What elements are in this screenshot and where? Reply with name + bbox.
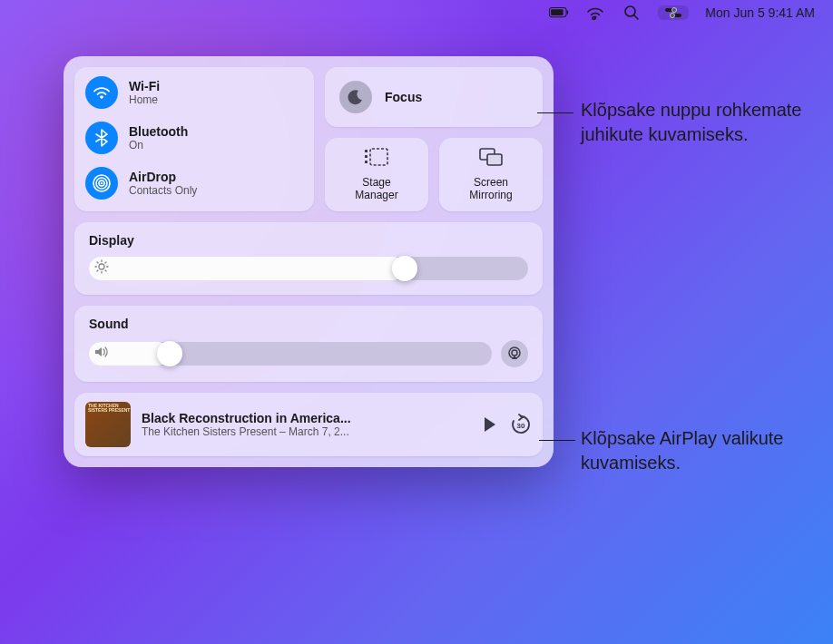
wifi-sub: Home xyxy=(129,93,160,106)
menubar: Mon Jun 5 9:41 AM xyxy=(540,0,824,25)
svg-point-31 xyxy=(512,350,517,356)
wifi-toggle[interactable]: Wi-Fi Home xyxy=(85,76,303,109)
svg-rect-15 xyxy=(365,150,368,152)
album-art: THE KITCHEN SISTERS PRESENT xyxy=(85,402,131,447)
connectivity-card: Wi-Fi Home Bluetooth On AirDrop xyxy=(74,67,314,211)
battery-icon[interactable] xyxy=(549,3,569,23)
svg-line-26 xyxy=(97,262,98,263)
bluetooth-title: Bluetooth xyxy=(129,124,188,139)
display-card: Display xyxy=(74,222,543,295)
bluetooth-icon xyxy=(85,122,118,154)
play-button[interactable] xyxy=(483,416,497,433)
svg-line-28 xyxy=(97,270,98,271)
control-center: Wi-Fi Home Bluetooth On AirDrop xyxy=(64,56,554,467)
skip-forward-30-button[interactable]: 30 xyxy=(510,414,532,435)
svg-rect-1 xyxy=(551,9,564,15)
screen-mirroring-button[interactable]: Screen Mirroring xyxy=(439,138,543,211)
volume-icon xyxy=(94,346,111,362)
airplay-icon xyxy=(506,346,523,362)
svg-text:30: 30 xyxy=(517,422,525,430)
sound-slider[interactable] xyxy=(89,342,492,366)
sound-title: Sound xyxy=(89,317,528,331)
airdrop-icon xyxy=(85,167,118,200)
svg-rect-20 xyxy=(487,154,502,165)
wifi-icon xyxy=(85,76,118,109)
media-subtitle: The Kitchen Sisters Present – March 7, 2… xyxy=(142,425,472,438)
wifi-title: Wi-Fi xyxy=(129,79,160,93)
svg-line-5 xyxy=(634,15,638,19)
svg-rect-16 xyxy=(365,155,368,158)
display-slider[interactable] xyxy=(89,257,528,280)
svg-rect-18 xyxy=(370,149,387,165)
svg-rect-17 xyxy=(365,161,368,163)
display-title: Display xyxy=(89,233,528,248)
bluetooth-toggle[interactable]: Bluetooth On xyxy=(85,122,303,154)
airdrop-title: AirDrop xyxy=(129,170,197,184)
brightness-icon xyxy=(94,259,109,278)
svg-point-14 xyxy=(101,182,103,184)
stage-manager-button[interactable]: Stage Manager xyxy=(325,138,428,211)
airdrop-toggle[interactable]: AirDrop Contacts Only xyxy=(85,167,303,200)
svg-rect-2 xyxy=(567,10,569,14)
stage-manager-label: Stage Manager xyxy=(355,176,397,202)
media-title: Black Reconstruction in America... xyxy=(142,411,472,425)
callout-focus: Klõpsake nuppu rohkemate juhikute kuvami… xyxy=(581,98,817,147)
sound-card: Sound xyxy=(74,306,543,382)
focus-label: Focus xyxy=(385,90,422,104)
screen-mirroring-label: Screen Mirroring xyxy=(469,176,512,202)
screen-mirroring-icon xyxy=(478,147,504,171)
moon-icon xyxy=(339,81,372,113)
control-center-menubar-icon[interactable] xyxy=(658,5,689,20)
svg-point-4 xyxy=(625,6,635,16)
svg-point-7 xyxy=(672,8,677,13)
callout-airplay: Klõpsake AirPlay valikute kuvamiseks. xyxy=(581,426,789,475)
stage-manager-icon xyxy=(364,147,389,171)
airdrop-sub: Contacts Only xyxy=(129,184,197,197)
svg-line-29 xyxy=(105,262,106,263)
spotlight-icon[interactable] xyxy=(622,3,642,23)
svg-point-21 xyxy=(99,264,104,269)
wifi-menubar-icon[interactable] xyxy=(585,3,605,23)
svg-point-3 xyxy=(594,16,597,19)
svg-line-27 xyxy=(105,270,106,271)
airplay-audio-button[interactable] xyxy=(501,340,528,367)
svg-point-10 xyxy=(100,95,103,99)
bluetooth-sub: On xyxy=(129,139,188,151)
now-playing-card[interactable]: THE KITCHEN SISTERS PRESENT Black Recons… xyxy=(74,393,543,456)
svg-point-9 xyxy=(671,14,675,18)
menubar-datetime[interactable]: Mon Jun 5 9:41 AM xyxy=(705,5,815,20)
focus-button[interactable]: Focus xyxy=(325,67,543,127)
